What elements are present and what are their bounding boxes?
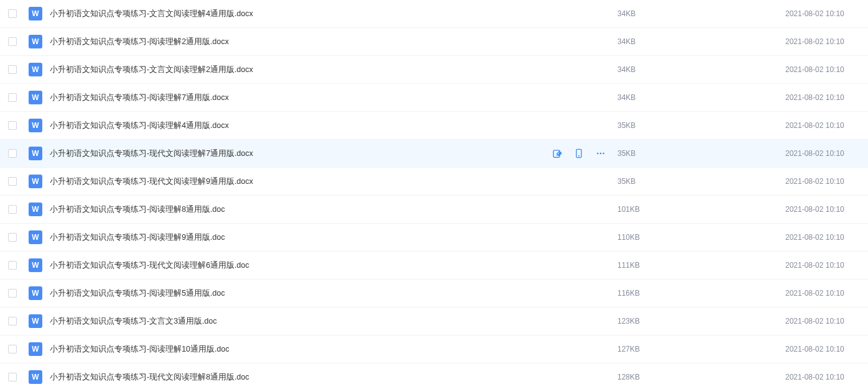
row-actions (537, 148, 617, 159)
word-file-icon: W (29, 63, 42, 76)
file-icon-cell: W (25, 91, 46, 104)
file-icon-cell: W (25, 370, 46, 384)
file-icon-cell: W (25, 119, 46, 132)
file-size: 111KB (617, 261, 785, 270)
file-time: 2021-08-02 10:10 (785, 149, 863, 158)
file-size: 34KB (617, 93, 785, 102)
row-checkbox[interactable] (8, 233, 17, 242)
file-icon-cell: W (25, 7, 46, 20)
file-size: 127KB (617, 345, 785, 353)
checkbox-cell (0, 9, 25, 18)
file-name[interactable]: 小升初语文知识点专项练习-阅读理解9通用版.doc (46, 232, 537, 243)
svg-point-35 (603, 153, 604, 155)
row-checkbox[interactable] (8, 177, 17, 186)
word-file-icon: W (29, 35, 42, 48)
row-checkbox[interactable] (8, 65, 17, 74)
file-time: 2021-08-02 10:10 (785, 177, 863, 186)
file-name[interactable]: 小升初语文知识点专项练习-文言文3通用版.doc (46, 316, 537, 327)
file-icon-cell: W (25, 286, 46, 300)
file-row[interactable]: W小升初语文知识点专项练习-现代文阅读理解6通用版.doc111KB2021-0… (0, 252, 868, 280)
file-time: 2021-08-02 10:10 (785, 289, 863, 298)
more-icon[interactable] (595, 148, 606, 158)
svg-point-33 (597, 153, 599, 155)
row-checkbox[interactable] (8, 93, 17, 102)
file-row[interactable]: W小升初语文知识点专项练习-现代文阅读理解9通用版.docx35KB2021-0… (0, 168, 868, 196)
file-size: 34KB (617, 65, 785, 74)
file-name[interactable]: 小升初语文知识点专项练习-阅读理解5通用版.doc (46, 288, 537, 299)
row-checkbox[interactable] (8, 149, 17, 158)
checkbox-cell (0, 261, 25, 270)
word-file-icon: W (29, 147, 42, 160)
file-size: 35KB (617, 121, 785, 130)
file-icon-cell: W (25, 35, 46, 48)
file-row[interactable]: W小升初语文知识点专项练习-阅读理解8通用版.doc101KB2021-08-0… (0, 196, 868, 224)
file-name[interactable]: 小升初语文知识点专项练习-阅读理解10通用版.doc (46, 344, 537, 355)
row-checkbox[interactable] (8, 345, 17, 353)
file-icon-cell: W (25, 203, 46, 216)
file-time: 2021-08-02 10:10 (785, 317, 863, 326)
checkbox-cell (0, 373, 25, 381)
file-row[interactable]: W小升初语文知识点专项练习-阅读理解4通用版.docx35KB2021-08-0… (0, 112, 868, 140)
file-icon-cell: W (25, 147, 46, 160)
file-time: 2021-08-02 10:10 (785, 373, 863, 381)
row-checkbox[interactable] (8, 9, 17, 18)
file-name[interactable]: 小升初语文知识点专项练习-阅读理解7通用版.docx (46, 93, 537, 103)
word-file-icon: W (29, 91, 42, 104)
file-name[interactable]: 小升初语文知识点专项练习-现代文阅读理解6通用版.doc (46, 260, 537, 271)
file-row[interactable]: W小升初语文知识点专项练习-现代文阅读理解8通用版.doc128KB2021-0… (0, 363, 868, 387)
file-time: 2021-08-02 10:10 (785, 261, 863, 270)
file-time: 2021-08-02 10:10 (785, 65, 863, 74)
file-name[interactable]: 小升初语文知识点专项练习-阅读理解2通用版.docx (46, 37, 537, 47)
file-icon-cell: W (25, 230, 46, 244)
row-checkbox[interactable] (8, 317, 17, 326)
word-file-icon: W (29, 230, 42, 244)
file-name[interactable]: 小升初语文知识点专项练习-文言文阅读理解4通用版.docx (46, 9, 537, 19)
file-time: 2021-08-02 10:10 (785, 37, 863, 46)
file-row[interactable]: W小升初语文知识点专项练习-文言文阅读理解2通用版.docx34KB2021-0… (0, 56, 868, 84)
file-size: 34KB (617, 9, 785, 18)
file-time: 2021-08-02 10:10 (785, 121, 863, 130)
checkbox-cell (0, 149, 25, 158)
row-checkbox[interactable] (8, 37, 17, 46)
file-size: 110KB (617, 233, 785, 242)
file-row[interactable]: W小升初语文知识点专项练习-阅读理解2通用版.docx34KB2021-08-0… (0, 28, 868, 56)
file-name[interactable]: 小升初语文知识点专项练习-阅读理解8通用版.doc (46, 204, 537, 215)
file-name[interactable]: 小升初语文知识点专项练习-现代文阅读理解8通用版.doc (46, 372, 537, 383)
file-size: 35KB (617, 149, 785, 158)
file-name[interactable]: 小升初语文知识点专项练习-文言文阅读理解2通用版.docx (46, 65, 537, 75)
file-name[interactable]: 小升初语文知识点专项练习-现代文阅读理解9通用版.docx (46, 176, 537, 187)
file-row[interactable]: W小升初语文知识点专项练习-文言文3通用版.doc123KB2021-08-02… (0, 307, 868, 335)
file-row[interactable]: W小升初语文知识点专项练习-文言文阅读理解4通用版.docx34KB2021-0… (0, 0, 868, 28)
file-row[interactable]: W小升初语文知识点专项练习-现代文阅读理解7通用版.docx35KB2021-0… (0, 140, 868, 168)
file-row[interactable]: W小升初语文知识点专项练习-阅读理解7通用版.docx34KB2021-08-0… (0, 84, 868, 112)
checkbox-cell (0, 177, 25, 186)
checkbox-cell (0, 65, 25, 74)
file-row[interactable]: W小升初语文知识点专项练习-阅读理解9通用版.doc110KB2021-08-0… (0, 224, 868, 252)
file-time: 2021-08-02 10:10 (785, 9, 863, 18)
row-checkbox[interactable] (8, 289, 17, 298)
word-file-icon: W (29, 314, 42, 328)
row-checkbox[interactable] (8, 261, 17, 270)
file-name[interactable]: 小升初语文知识点专项练习-现代文阅读理解7通用版.docx (46, 148, 537, 159)
file-icon-cell: W (25, 175, 46, 188)
word-file-icon: W (29, 342, 42, 356)
file-size: 116KB (617, 289, 785, 298)
file-icon-cell: W (25, 342, 46, 356)
checkbox-cell (0, 37, 25, 46)
file-size: 101KB (617, 205, 785, 214)
file-time: 2021-08-02 10:10 (785, 345, 863, 353)
file-name[interactable]: 小升初语文知识点专项练习-阅读理解4通用版.docx (46, 121, 537, 131)
word-file-icon: W (29, 258, 42, 272)
file-size: 123KB (617, 317, 785, 326)
file-row[interactable]: W小升初语文知识点专项练习-阅读理解10通用版.doc127KB2021-08-… (0, 335, 868, 363)
word-file-icon: W (29, 286, 42, 300)
row-checkbox[interactable] (8, 121, 17, 130)
checkbox-cell (0, 121, 25, 130)
edit-icon[interactable] (552, 148, 563, 159)
file-row[interactable]: W小升初语文知识点专项练习-阅读理解5通用版.doc116KB2021-08-0… (0, 280, 868, 307)
phone-icon[interactable] (574, 148, 584, 158)
svg-rect-31 (576, 149, 581, 157)
row-checkbox[interactable] (8, 373, 17, 381)
checkbox-cell (0, 205, 25, 214)
row-checkbox[interactable] (8, 205, 17, 214)
